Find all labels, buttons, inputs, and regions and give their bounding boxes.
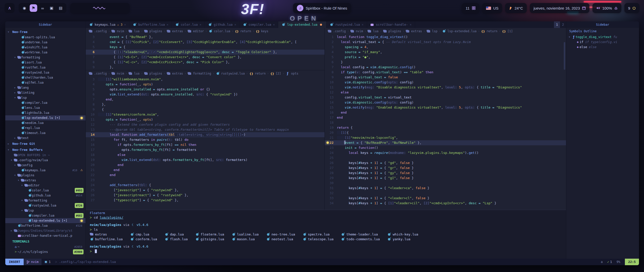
- dock-flag-button[interactable]: ⚑: [30, 4, 37, 12]
- code-line[interactable]: 5 opts.ensure_installed = opts.ensure_in…: [86, 87, 325, 92]
- tree-section-header[interactable]: ▾Neo-Tree: [5, 29, 86, 35]
- chevron-down-icon[interactable]: ▾: [21, 183, 24, 188]
- code-line[interactable]: 24 add_formatters(tbl: {: [86, 183, 325, 188]
- code-line[interactable]: 14 vim.diagnostic.config(opts: config): [325, 100, 566, 105]
- tree-item[interactable]: rustywind.lua#726: [5, 203, 86, 208]
- buffer-tab[interactable]: compiler.lua×: [240, 21, 278, 28]
- code-line[interactable]: 20 [1]{: [325, 130, 566, 135]
- buffer-tab[interactable]: github.lua×: [205, 21, 240, 28]
- code-line[interactable]: 1local function toggle_diag_virtext(): [325, 35, 566, 40]
- listing-item[interactable]: bufferline.lua: [90, 237, 123, 242]
- tree-item[interactable]: scrollbar-handle-vertical.p: [5, 233, 86, 238]
- code-line[interactable]: 25 ["javascript"] = { "rustywind" },: [86, 188, 325, 193]
- code-line[interactable]: 5 prefix = "●",: [325, 55, 566, 60]
- code-line[interactable]: 7 end,: [86, 97, 325, 102]
- code-line[interactable]: 22 end: [86, 173, 325, 178]
- code-line[interactable]: 17 opts.formatters_by_ft[ft] = formatter…: [86, 147, 325, 152]
- listing-item[interactable]: neotest.lua: [266, 237, 295, 242]
- code-line[interactable]: 9 config.virtual_text = false: [325, 75, 566, 80]
- chevron-down-icon[interactable]: ▾: [14, 55, 17, 60]
- editor-pane-lsp[interactable]: .config›nvim›lua›plugins›extras›lsp›lsp-…: [325, 28, 566, 210]
- tree-item[interactable]: shellharden.lua: [5, 75, 86, 80]
- tree-item[interactable]: winshift.lua: [5, 45, 86, 50]
- chevron-down-icon[interactable]: ▾: [8, 147, 11, 152]
- code-line[interactable]: 16 if opts.formatters_by_ft[ft] == nil t…: [86, 142, 325, 147]
- tree-item[interactable]: smart-splits.lua: [5, 35, 86, 40]
- chevron-right-icon[interactable]: ▸: [11, 228, 14, 233]
- code-line[interactable]: 4 cmd = { [1]"CccPick", [2]"CccConvert",…: [86, 40, 325, 45]
- tree-item[interactable]: undotree.lua: [5, 40, 86, 45]
- code-line[interactable]: 14 local function add_formatters(tbl :ta…: [86, 132, 325, 137]
- code-line[interactable]: 29 keys[#keys + 1] = { "gI", false }: [325, 176, 566, 181]
- chevron-down-icon[interactable]: ▾: [14, 173, 17, 178]
- tree-item[interactable]: keymaps.lua#10⚠: [5, 168, 86, 173]
- code-line[interactable]: 9 {: [86, 107, 325, 112]
- code-line[interactable]: 6 vim.list_extend(dst: opts.ensure_insta…: [86, 92, 325, 97]
- tree-item[interactable]: compiler.lua: [5, 100, 86, 105]
- tree-item[interactable]: ▾lsp: [5, 95, 86, 100]
- close-icon[interactable]: ×: [273, 22, 275, 27]
- tree-item[interactable]: ▸lang: [5, 85, 86, 90]
- tree-item[interactable]: lsp-extended.lu[+]: [5, 218, 86, 223]
- tree-item[interactable]: ▾.config/nvim/lua: [5, 158, 86, 163]
- tree-item[interactable]: lightbulb.lua: [5, 110, 86, 115]
- buffer-tab[interactable]: color.lua×: [172, 21, 205, 28]
- tree-item[interactable]: compiler.lua#682: [5, 213, 86, 218]
- code-line[interactable]: 23: [86, 178, 325, 183]
- code-line[interactable]: 26 keys[#keys + 1] = { "gd", false }: [325, 160, 566, 165]
- tree-item[interactable]: ▾formatting: [5, 198, 86, 203]
- tree-item[interactable]: ▸Juegos/Indies/SteamLibrary/st: [5, 228, 86, 233]
- code-line[interactable]: 10 [1]"stevearc/conform.nvim",: [86, 112, 325, 117]
- tree-item[interactable]: ▾extras: [5, 178, 86, 183]
- tree-item[interactable]: rustfmt.lua: [5, 65, 86, 70]
- tree-item[interactable]: isort.lua: [5, 60, 86, 65]
- listing-item[interactable]: conform.lua: [130, 237, 157, 242]
- close-icon[interactable]: ×: [124, 22, 126, 27]
- tree-section-header[interactable]: TERMINALS: [5, 239, 86, 244]
- chevron-right-icon[interactable]: ▸: [14, 85, 17, 90]
- code-line[interactable]: 16 end: [325, 110, 566, 115]
- code-line[interactable]: 33 keys[#keys + 1] = { "<leader>cl", fal…: [325, 196, 566, 201]
- listing-item[interactable]: cmp.lua: [130, 232, 157, 237]
- code-line[interactable]: 3 event = { "BufRead" },: [86, 35, 325, 40]
- code-line[interactable]: 32: [325, 191, 566, 196]
- tree-item[interactable]: ⌂~#2859: [5, 244, 86, 249]
- chevron-right-icon[interactable]: ▸: [14, 135, 17, 141]
- dock-dashboard-button[interactable]: ◉: [21, 4, 28, 12]
- code-line[interactable]: 7 { [1]"<S-C>", [2]"<cmd>CccConvert<cr>"…: [86, 55, 325, 60]
- search-input[interactable]: [70, 3, 130, 13]
- music-widget[interactable]: ♫ Spiritbox - Rule Of Nines: [293, 3, 351, 13]
- listing-item[interactable]: theme-loader.lua: [341, 232, 380, 237]
- keyboard-layout-pill[interactable]: US: [482, 3, 502, 13]
- listing-item[interactable]: which-key.lua: [387, 232, 418, 237]
- code-line[interactable]: 11 opts = function(_, opts): [86, 117, 325, 122]
- chevron-down-icon[interactable]: ▾: [21, 198, 24, 203]
- listing-item[interactable]: dap.lua: [165, 232, 188, 237]
- tree-item[interactable]: ▾lsp: [5, 208, 86, 213]
- tree-item[interactable]: worktree.lua: [5, 50, 86, 55]
- close-icon[interactable]: ×: [199, 22, 201, 27]
- chevron-down-icon[interactable]: ▾: [18, 178, 21, 183]
- buffer-tab[interactable]: rustywind.lua×: [327, 21, 367, 28]
- code-line[interactable]: 3 spacing = 4,: [325, 45, 566, 50]
- code-line[interactable]: 13 config.virtual_text = virtual_text: [325, 95, 566, 100]
- code-line[interactable]: 27 ["typescript"] = { "rustywind" },: [86, 198, 325, 203]
- tree-item[interactable]: bufferline.lua#328: [5, 223, 86, 228]
- code-line[interactable]: 8 { [1]"<C-c>", [2]"<cmd>CccPick<cr>", d…: [86, 60, 325, 65]
- close-icon[interactable]: ×: [410, 22, 412, 27]
- code-line[interactable]: 8 if type(v: config.virtual_text) == "ta…: [325, 70, 566, 75]
- tree-item[interactable]: timeout.lua: [5, 130, 86, 135]
- code-line[interactable]: 24 local keys = require(modname: "lazyvi…: [325, 150, 566, 155]
- code-line[interactable]: 7 local config = vim.diagnostic.config(): [325, 65, 566, 70]
- chevron-down-icon[interactable]: ▾: [14, 163, 17, 168]
- floaterm-panel[interactable]: Floaterm ≻ cd lua/plugins/ nvim/lua/plug…: [86, 210, 566, 259]
- code-line[interactable]: 31 keys[#keys + 1] = { "<leader>ca", fal…: [325, 186, 566, 191]
- dock-infinity-button[interactable]: ∞: [39, 4, 46, 12]
- listing-item[interactable]: neo-tree.lua: [266, 232, 295, 237]
- git-branch[interactable]: nvim: [24, 259, 42, 265]
- date-pill[interactable]: jueves, noviembre 16, 2023: [530, 3, 589, 13]
- listing-item[interactable]: lualine.lua: [232, 232, 259, 237]
- listing-item[interactable]: spectre.lua: [303, 232, 334, 237]
- chevron-right-icon[interactable]: ▸: [8, 141, 11, 146]
- code-line[interactable]: 13 ---@param tbl table<string, conform.F…: [86, 127, 325, 132]
